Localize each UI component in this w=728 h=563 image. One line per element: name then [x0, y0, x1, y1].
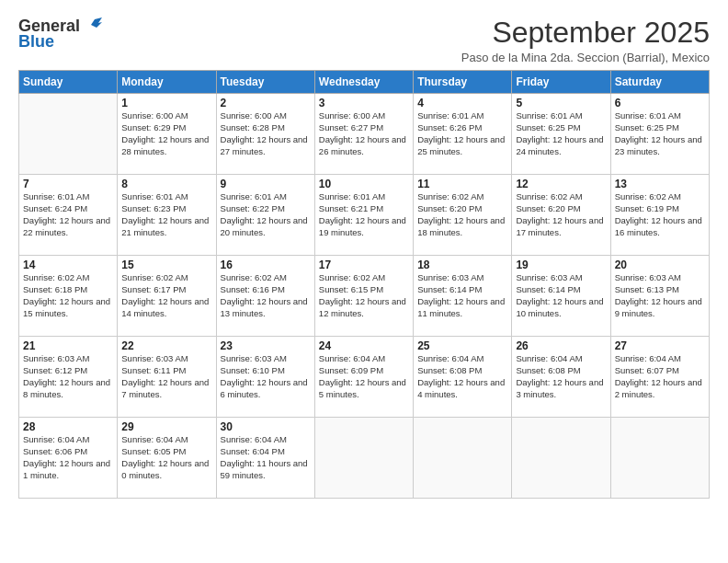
day-detail: Sunrise: 6:01 AMSunset: 6:25 PMDaylight:…: [615, 110, 705, 157]
logo-bird-icon: [82, 16, 102, 36]
month-title: September 2025: [461, 17, 710, 49]
day-detail: Sunrise: 6:03 AMSunset: 6:14 PMDaylight:…: [516, 272, 606, 319]
col-saturday: Saturday: [610, 71, 709, 94]
col-friday: Friday: [512, 71, 610, 94]
table-row: 7 Sunrise: 6:01 AMSunset: 6:24 PMDayligh…: [19, 175, 118, 256]
table-row: 22 Sunrise: 6:03 AMSunset: 6:11 PMDaylig…: [118, 337, 216, 418]
day-detail: Sunrise: 6:01 AMSunset: 6:24 PMDaylight:…: [23, 191, 113, 238]
day-number: 30: [221, 420, 311, 433]
day-detail: Sunrise: 6:04 AMSunset: 6:08 PMDaylight:…: [417, 353, 507, 400]
table-row: [414, 418, 512, 499]
day-detail: Sunrise: 6:00 AMSunset: 6:28 PMDaylight:…: [221, 110, 311, 157]
table-row: 23 Sunrise: 6:03 AMSunset: 6:10 PMDaylig…: [216, 337, 314, 418]
col-thursday: Thursday: [414, 71, 512, 94]
col-monday: Monday: [118, 71, 216, 94]
table-row: 16 Sunrise: 6:02 AMSunset: 6:16 PMDaylig…: [216, 256, 314, 337]
svg-marker-0: [91, 17, 102, 28]
table-row: 18 Sunrise: 6:03 AMSunset: 6:14 PMDaylig…: [414, 256, 512, 337]
day-detail: Sunrise: 6:02 AMSunset: 6:15 PMDaylight:…: [319, 272, 409, 319]
table-row: 8 Sunrise: 6:01 AMSunset: 6:23 PMDayligh…: [118, 175, 216, 256]
subtitle: Paso de la Mina 2da. Seccion (Barrial), …: [461, 51, 710, 64]
day-detail: Sunrise: 6:04 AMSunset: 6:09 PMDaylight:…: [319, 353, 409, 400]
day-number: 16: [221, 259, 311, 271]
table-row: 28 Sunrise: 6:04 AMSunset: 6:06 PMDaylig…: [19, 418, 118, 499]
day-number: 23: [221, 339, 311, 352]
day-number: 25: [417, 339, 507, 352]
table-row: 6 Sunrise: 6:01 AMSunset: 6:25 PMDayligh…: [610, 94, 709, 175]
day-detail: Sunrise: 6:03 AMSunset: 6:12 PMDaylight:…: [23, 353, 113, 400]
day-detail: Sunrise: 6:04 AMSunset: 6:08 PMDaylight:…: [516, 353, 606, 400]
table-row: 11 Sunrise: 6:02 AMSunset: 6:20 PMDaylig…: [414, 175, 512, 256]
table-row: [512, 418, 610, 499]
table-row: 20 Sunrise: 6:03 AMSunset: 6:13 PMDaylig…: [610, 256, 709, 337]
calendar: Sunday Monday Tuesday Wednesday Thursday…: [18, 70, 710, 499]
day-number: 26: [516, 339, 606, 352]
calendar-header-row: Sunday Monday Tuesday Wednesday Thursday…: [19, 71, 710, 94]
logo-blue: Blue: [18, 32, 54, 52]
day-detail: Sunrise: 6:01 AMSunset: 6:25 PMDaylight:…: [516, 110, 606, 157]
day-detail: Sunrise: 6:03 AMSunset: 6:14 PMDaylight:…: [417, 272, 507, 319]
day-detail: Sunrise: 6:01 AMSunset: 6:26 PMDaylight:…: [417, 110, 507, 157]
day-number: 28: [23, 420, 113, 433]
table-row: 1 Sunrise: 6:00 AMSunset: 6:29 PMDayligh…: [118, 94, 216, 175]
table-row: 9 Sunrise: 6:01 AMSunset: 6:22 PMDayligh…: [216, 175, 314, 256]
table-row: 3 Sunrise: 6:00 AMSunset: 6:27 PMDayligh…: [314, 94, 413, 175]
calendar-week-row: 21 Sunrise: 6:03 AMSunset: 6:12 PMDaylig…: [19, 337, 710, 418]
day-number: 10: [319, 178, 409, 190]
table-row: [314, 418, 413, 499]
table-row: 17 Sunrise: 6:02 AMSunset: 6:15 PMDaylig…: [314, 256, 413, 337]
day-number: 18: [417, 259, 507, 271]
table-row: 4 Sunrise: 6:01 AMSunset: 6:26 PMDayligh…: [414, 94, 512, 175]
day-number: 8: [121, 178, 211, 190]
day-detail: Sunrise: 6:04 AMSunset: 6:07 PMDaylight:…: [615, 353, 705, 400]
day-detail: Sunrise: 6:03 AMSunset: 6:13 PMDaylight:…: [615, 272, 705, 319]
day-number: 17: [319, 259, 409, 271]
page: General Blue September 2025 Paso de la M…: [0, 0, 728, 563]
day-number: 21: [23, 339, 113, 352]
day-detail: Sunrise: 6:02 AMSunset: 6:20 PMDaylight:…: [417, 191, 507, 238]
day-number: 27: [615, 339, 705, 352]
logo: General Blue: [18, 17, 102, 52]
day-number: 2: [221, 97, 311, 109]
table-row: 29 Sunrise: 6:04 AMSunset: 6:05 PMDaylig…: [118, 418, 216, 499]
day-number: 4: [417, 97, 507, 109]
day-number: 19: [516, 259, 606, 271]
day-number: 15: [121, 259, 211, 271]
col-wednesday: Wednesday: [314, 71, 413, 94]
table-row: 12 Sunrise: 6:02 AMSunset: 6:20 PMDaylig…: [512, 175, 610, 256]
day-detail: Sunrise: 6:02 AMSunset: 6:16 PMDaylight:…: [221, 272, 311, 319]
table-row: 2 Sunrise: 6:00 AMSunset: 6:28 PMDayligh…: [216, 94, 314, 175]
day-number: 1: [121, 97, 211, 109]
day-number: 12: [516, 178, 606, 190]
table-row: 27 Sunrise: 6:04 AMSunset: 6:07 PMDaylig…: [610, 337, 709, 418]
table-row: 15 Sunrise: 6:02 AMSunset: 6:17 PMDaylig…: [118, 256, 216, 337]
day-number: 14: [23, 259, 113, 271]
day-detail: Sunrise: 6:04 AMSunset: 6:04 PMDaylight:…: [221, 434, 311, 481]
title-block: September 2025 Paso de la Mina 2da. Secc…: [461, 17, 710, 64]
table-row: 21 Sunrise: 6:03 AMSunset: 6:12 PMDaylig…: [19, 337, 118, 418]
day-detail: Sunrise: 6:01 AMSunset: 6:21 PMDaylight:…: [319, 191, 409, 238]
day-detail: Sunrise: 6:02 AMSunset: 6:20 PMDaylight:…: [516, 191, 606, 238]
day-detail: Sunrise: 6:02 AMSunset: 6:19 PMDaylight:…: [615, 191, 705, 238]
table-row: [19, 94, 118, 175]
calendar-week-row: 28 Sunrise: 6:04 AMSunset: 6:06 PMDaylig…: [19, 418, 710, 499]
table-row: 10 Sunrise: 6:01 AMSunset: 6:21 PMDaylig…: [314, 175, 413, 256]
table-row: 13 Sunrise: 6:02 AMSunset: 6:19 PMDaylig…: [610, 175, 709, 256]
day-number: 20: [615, 259, 705, 271]
day-number: 22: [121, 339, 211, 352]
day-number: 9: [221, 178, 311, 190]
day-number: 3: [319, 97, 409, 109]
day-number: 13: [615, 178, 705, 190]
day-detail: Sunrise: 6:00 AMSunset: 6:29 PMDaylight:…: [121, 110, 211, 157]
table-row: 25 Sunrise: 6:04 AMSunset: 6:08 PMDaylig…: [414, 337, 512, 418]
table-row: 24 Sunrise: 6:04 AMSunset: 6:09 PMDaylig…: [314, 337, 413, 418]
day-detail: Sunrise: 6:02 AMSunset: 6:18 PMDaylight:…: [23, 272, 113, 319]
day-number: 5: [516, 97, 606, 109]
table-row: 14 Sunrise: 6:02 AMSunset: 6:18 PMDaylig…: [19, 256, 118, 337]
day-detail: Sunrise: 6:03 AMSunset: 6:10 PMDaylight:…: [221, 353, 311, 400]
calendar-week-row: 1 Sunrise: 6:00 AMSunset: 6:29 PMDayligh…: [19, 94, 710, 175]
day-number: 29: [121, 420, 211, 433]
day-detail: Sunrise: 6:03 AMSunset: 6:11 PMDaylight:…: [121, 353, 211, 400]
header: General Blue September 2025 Paso de la M…: [18, 17, 710, 64]
table-row: 5 Sunrise: 6:01 AMSunset: 6:25 PMDayligh…: [512, 94, 610, 175]
